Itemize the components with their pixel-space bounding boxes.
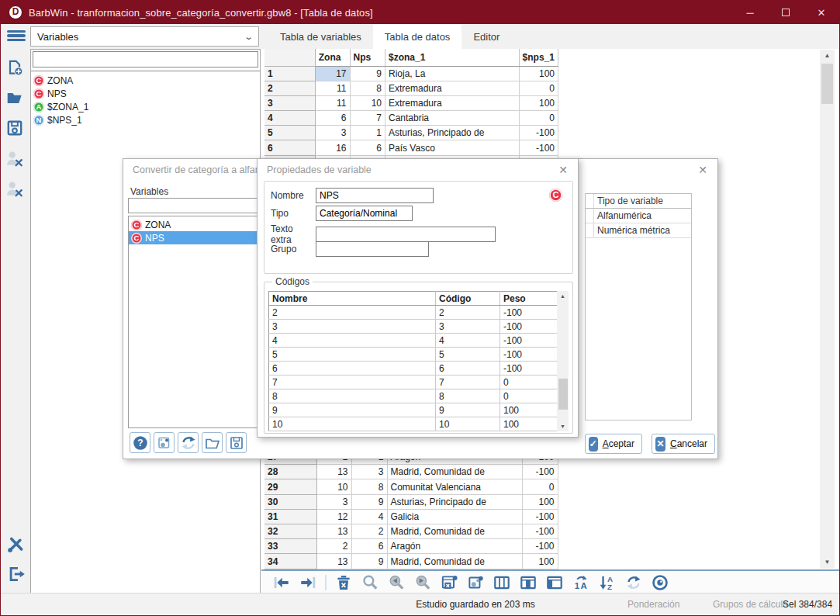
table-cell[interactable]: 0 <box>522 479 558 494</box>
texto-extra-field[interactable] <box>316 227 496 242</box>
table-cell[interactable]: 2 <box>316 539 351 554</box>
variable-item-nps[interactable]: CNPS <box>129 231 260 244</box>
save-icon[interactable] <box>5 119 26 139</box>
table-cell[interactable]: 1 <box>264 66 315 81</box>
view-split-icon[interactable] <box>519 573 538 592</box>
sidebar-search-input[interactable] <box>33 51 258 67</box>
scroll-down-icon[interactable]: ▼ <box>820 556 835 569</box>
table-scrollbar[interactable]: ▲ ▼ <box>820 50 835 569</box>
table-cell[interactable]: 10 <box>350 95 385 110</box>
codes-cell[interactable]: -100 <box>500 306 558 320</box>
codes-cell[interactable]: 10 <box>269 417 436 431</box>
table-cell[interactable]: 100 <box>522 494 558 509</box>
codes-row[interactable]: 880 <box>269 389 558 403</box>
table-cell[interactable]: 8 <box>351 479 387 494</box>
table-cell[interactable]: 28 <box>264 465 316 479</box>
table-cell[interactable]: 33 <box>264 539 316 554</box>
preview-button[interactable] <box>154 432 175 453</box>
table-cell[interactable]: 30 <box>264 494 316 509</box>
tab-tabla-de-variables[interactable]: Tabla de variables <box>268 24 373 49</box>
codes-cell[interactable]: 6 <box>269 362 436 375</box>
table-cell[interactable]: 3 <box>351 465 387 479</box>
table-cell[interactable]: 9 <box>351 494 387 509</box>
table-cell[interactable]: Madrid, Comunidad de <box>387 554 522 569</box>
nombre-field[interactable] <box>316 188 434 203</box>
column-header[interactable]: $zona_1 <box>385 49 520 66</box>
codes-row[interactable]: 99100 <box>269 403 558 417</box>
codes-cell[interactable]: -100 <box>500 348 558 362</box>
column-header[interactable]: Zona <box>315 49 350 66</box>
eye-icon[interactable] <box>651 573 669 592</box>
delete-record-icon[interactable] <box>334 573 353 592</box>
table-cell[interactable]: 8 <box>350 81 385 95</box>
table-cell[interactable]: 34 <box>264 554 316 569</box>
table-cell[interactable]: 29 <box>264 479 316 494</box>
table-cell[interactable]: -100 <box>519 126 558 140</box>
codes-cell[interactable]: 100 <box>500 403 558 417</box>
codes-cell[interactable]: -100 <box>500 362 558 375</box>
codes-row[interactable]: 66-100 <box>269 362 558 375</box>
table-cell[interactable]: 11 <box>315 95 350 110</box>
table-cell[interactable]: 0 <box>519 81 558 95</box>
table-cell[interactable]: 3 <box>315 126 350 140</box>
table-cell[interactable]: -100 <box>522 524 558 539</box>
open-folder-icon[interactable] <box>5 88 26 109</box>
codes-cell[interactable]: 8 <box>436 389 500 403</box>
table-cell[interactable]: 9 <box>351 554 387 569</box>
view-columns-icon[interactable] <box>493 573 511 592</box>
column-header[interactable]: $nps_1 <box>519 49 558 66</box>
codes-cell[interactable]: -100 <box>500 334 558 348</box>
codes-cell[interactable]: 0 <box>500 389 558 403</box>
table-cell[interactable]: 13 <box>316 524 351 539</box>
codes-cell[interactable]: 2 <box>436 306 500 320</box>
convert-search-input[interactable] <box>128 198 261 213</box>
table-cell[interactable]: -100 <box>522 465 558 479</box>
table-cell[interactable]: 4 <box>264 111 315 126</box>
codes-cell[interactable]: 7 <box>436 375 500 389</box>
table-cell[interactable]: 13 <box>316 465 351 479</box>
variable-item-$zona_1[interactable]: A$ZONA_1 <box>31 100 260 113</box>
codes-cell[interactable]: 3 <box>269 320 436 334</box>
table-cell[interactable]: 100 <box>522 554 558 569</box>
view-left-icon[interactable] <box>545 573 564 592</box>
table-cell[interactable]: Asturias, Principado de <box>387 494 522 509</box>
codes-row[interactable]: 1010100 <box>269 417 558 431</box>
table-cell[interactable]: 4 <box>351 509 387 524</box>
codes-cell[interactable]: 9 <box>436 403 500 417</box>
codes-cell[interactable]: 4 <box>269 334 436 348</box>
user-settings-icon[interactable] <box>5 149 26 169</box>
table-cell[interactable]: Comunitat Valenciana <box>387 479 522 494</box>
table-cell[interactable]: 32 <box>264 524 316 539</box>
codes-row[interactable]: 44-100 <box>269 334 558 348</box>
codes-cell[interactable]: 7 <box>269 375 436 389</box>
codes-cell[interactable]: 6 <box>436 362 500 375</box>
table-cell[interactable]: Extremadura <box>385 95 520 110</box>
codes-cell[interactable]: 4 <box>436 334 500 348</box>
table-cell[interactable]: 31 <box>264 509 316 524</box>
variables-dropdown[interactable]: Variables ⌄ <box>30 26 259 47</box>
codes-row[interactable]: 770 <box>269 375 558 389</box>
table-cell[interactable]: 6 <box>351 539 387 554</box>
codes-cell[interactable]: 3 <box>436 320 500 334</box>
search-icon[interactable] <box>361 573 379 592</box>
close-button[interactable]: ✕ <box>804 1 839 24</box>
close-icon[interactable]: ✕ <box>556 163 570 177</box>
table-cell[interactable]: -100 <box>519 140 558 155</box>
maximize-button[interactable] <box>768 1 804 24</box>
table-cell[interactable]: 12 <box>316 509 351 524</box>
variable-item-zona[interactable]: CZONA <box>31 74 260 87</box>
codes-column-header[interactable]: Nombre <box>269 292 436 306</box>
table-cell[interactable]: Galicia <box>387 509 522 524</box>
refresh-icon[interactable] <box>624 573 643 592</box>
codes-cell[interactable]: 8 <box>269 389 436 403</box>
table-delete-icon[interactable] <box>440 573 458 592</box>
table-cell[interactable]: 3 <box>264 95 315 110</box>
close-icon[interactable]: ✕ <box>696 163 710 177</box>
variable-type-item[interactable]: Alfanumérica <box>586 209 691 223</box>
codes-cell[interactable]: 10 <box>436 417 500 431</box>
table-cell[interactable]: 16 <box>315 140 350 155</box>
codes-scrollbar[interactable]: ▲ ▼ <box>557 291 569 431</box>
table-cell[interactable]: Extremadura <box>385 81 520 95</box>
tools-icon[interactable] <box>5 534 26 554</box>
scrollbar-thumb[interactable] <box>558 379 568 410</box>
